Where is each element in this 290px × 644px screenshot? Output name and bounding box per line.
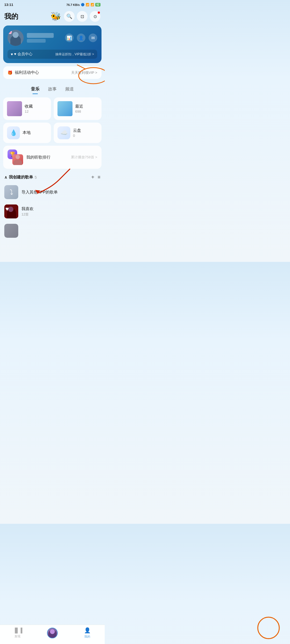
search-button[interactable]: 🔍	[64, 11, 75, 22]
welfare-action: 天天签到领VIP >	[71, 70, 97, 75]
favorites-playlist-count: 12首	[21, 212, 100, 217]
recent-card[interactable]: 🕐 最近 698	[54, 97, 102, 120]
section-count: 5	[35, 175, 37, 180]
favorites-playlist-thumb: ♥	[4, 204, 18, 218]
content-tabs: 音乐 故事 频道	[3, 82, 102, 95]
camera-button[interactable]: ⊙	[90, 11, 100, 22]
favorites-card[interactable]: ♥ 收藏 12	[3, 97, 51, 120]
recent-scene-thumb	[57, 101, 73, 116]
status-time: 13:11	[4, 3, 13, 7]
signal-icon: 📶	[86, 3, 89, 6]
tab-channel[interactable]: 频道	[65, 85, 74, 93]
partial-playlist-thumb	[4, 224, 18, 238]
tab-music[interactable]: 音乐	[31, 85, 39, 93]
rank-info: 我的听歌排行	[26, 155, 68, 160]
playlist-section-header: ∧ 我创建的歌单 5 + ≡	[0, 171, 105, 182]
profile-action-icons: 📊 👤 ✉	[65, 34, 97, 42]
cloud-icon: ☁️	[57, 126, 70, 139]
import-playlist-name: 导入其他APP的歌单	[21, 190, 100, 195]
recent-thumb: 🕐	[57, 101, 73, 116]
playlist-item-import[interactable]: ⤵ 导入其他APP的歌单	[0, 182, 105, 202]
profile-name-area	[27, 33, 54, 43]
welfare-icon: 🎁	[8, 70, 13, 75]
add-playlist-button[interactable]: +	[91, 174, 95, 180]
header-actions: 🐝 🔍 ⊡ ⊙	[50, 10, 100, 22]
music-grid-row1: ♥ 收藏 12 🕐 最近 698	[3, 97, 102, 120]
tab-story[interactable]: 故事	[48, 85, 57, 93]
favorites-playlist-info: 我喜欢 12首	[21, 206, 100, 217]
favorites-playlist-name: 我喜欢	[21, 206, 100, 211]
recent-count: 698	[75, 109, 83, 114]
camera-icon: ⊙	[93, 14, 97, 19]
member-row[interactable]: ♥ ♥ 会员中心 抽幸运折扣，VIP最低1折 >	[8, 50, 97, 59]
recent-label: 最近	[75, 104, 83, 109]
fav-heart-icon: ♥	[5, 206, 9, 213]
cloud-info: 云盘 0	[73, 128, 81, 138]
bluetooth-icon: 🔵	[81, 3, 85, 6]
section-header-left: ∧ 我创建的歌单 5	[4, 175, 37, 180]
status-bar: 13:11 76.7 KB/s 🔵 📶 📶 92	[0, 0, 105, 8]
music-grid-row2: 💧 本地 ☁️ 云盘 0	[3, 123, 102, 143]
stats-button[interactable]: 📊	[65, 34, 74, 42]
section-title: 我创建的歌单	[9, 175, 33, 180]
profile-identity: 🌸	[8, 30, 54, 46]
cloud-label: 云盘	[73, 128, 81, 133]
mascot-button[interactable]: 🐝	[50, 10, 62, 22]
import-playlist-info: 导入其他APP的歌单	[21, 190, 100, 195]
playlist-item-favorites[interactable]: ♥ 我喜欢 12首	[0, 202, 105, 221]
local-label: 本地	[23, 130, 31, 135]
welfare-section: 🎁 福利活动中心 天天签到领VIP >	[0, 66, 105, 79]
welfare-label: 🎁 福利活动中心	[8, 70, 39, 75]
welfare-card[interactable]: 🎁 福利活动中心 天天签到领VIP >	[3, 66, 102, 79]
cloud-card[interactable]: ☁️ 云盘 0	[54, 123, 102, 143]
profile-top-row: 🌸 📊 👤 ✉	[8, 30, 97, 46]
notification-dot	[98, 12, 100, 14]
favorites-girl-thumb	[7, 101, 22, 116]
network-speed: 76.7 KB/s	[66, 3, 80, 6]
scan-icon: ⊡	[81, 14, 84, 19]
add-friend-icon: 👤	[78, 35, 84, 41]
collapse-icon[interactable]: ∧	[4, 175, 7, 180]
import-playlist-thumb: ⤵	[4, 185, 18, 199]
favorites-info: 收藏 12	[25, 104, 33, 114]
vip-promo: 抽幸运折扣，VIP最低1折 >	[55, 52, 94, 57]
avatar-wrap: 🌸	[8, 30, 24, 46]
favorites-count: 12	[25, 109, 33, 114]
local-info: 本地	[23, 130, 31, 136]
stats-icon: 📊	[67, 35, 72, 41]
wifi-icon: 📶	[90, 3, 94, 6]
rank-card[interactable]: 🏆 我的听歌排行 累计播放758首 >	[3, 146, 102, 169]
page-header: 我的 🐝 🔍 ⊡ ⊙	[0, 8, 105, 25]
recent-info: 最近 698	[75, 104, 83, 114]
section-header-right: + ≡	[91, 174, 100, 180]
import-icon: ⤵	[10, 188, 13, 196]
tab-indicator	[32, 93, 38, 94]
status-icons: 76.7 KB/s 🔵 📶 📶 92	[66, 3, 100, 6]
add-friend-button[interactable]: 👤	[77, 34, 85, 42]
member-center-label: ♥ ♥ 会员中心	[11, 52, 32, 57]
profile-sub-blur	[27, 39, 46, 43]
playlist-list-icon[interactable]: ≡	[97, 174, 100, 180]
rank-thumb-img	[12, 154, 23, 165]
favorites-label: 收藏	[25, 104, 33, 109]
local-icon: 💧	[7, 126, 20, 139]
page-title: 我的	[4, 12, 18, 21]
cloud-count: 0	[73, 134, 81, 138]
local-card[interactable]: 💧 本地	[3, 123, 51, 143]
playlist-item-partial[interactable]	[0, 221, 105, 240]
heart-icon: ♥	[11, 52, 13, 56]
rank-arrow: 累计播放758首 >	[71, 155, 97, 160]
mail-icon: ✉	[91, 35, 95, 41]
mail-button[interactable]: ✉	[89, 34, 97, 42]
profile-name-blur	[27, 33, 54, 38]
scan-button[interactable]: ⊡	[77, 11, 88, 22]
rank-title: 我的听歌排行	[26, 155, 68, 160]
search-icon: 🔍	[66, 13, 72, 19]
battery-indicator: 92	[95, 3, 100, 6]
profile-card[interactable]: 🌸 📊 👤 ✉	[3, 25, 102, 63]
rank-thumb: 🏆	[8, 149, 23, 165]
favorites-thumb: ♥	[7, 101, 22, 116]
avatar[interactable]: 🌸	[8, 30, 24, 46]
